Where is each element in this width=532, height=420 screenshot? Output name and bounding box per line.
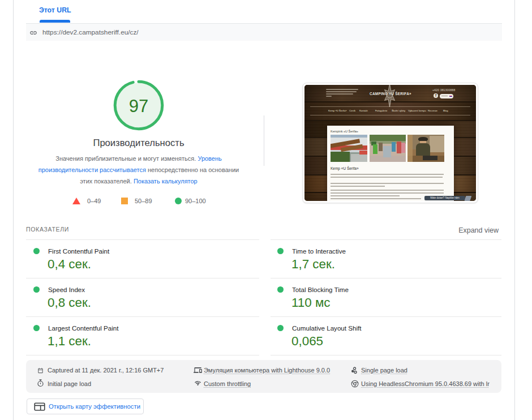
- svg-text:97: 97: [129, 96, 148, 116]
